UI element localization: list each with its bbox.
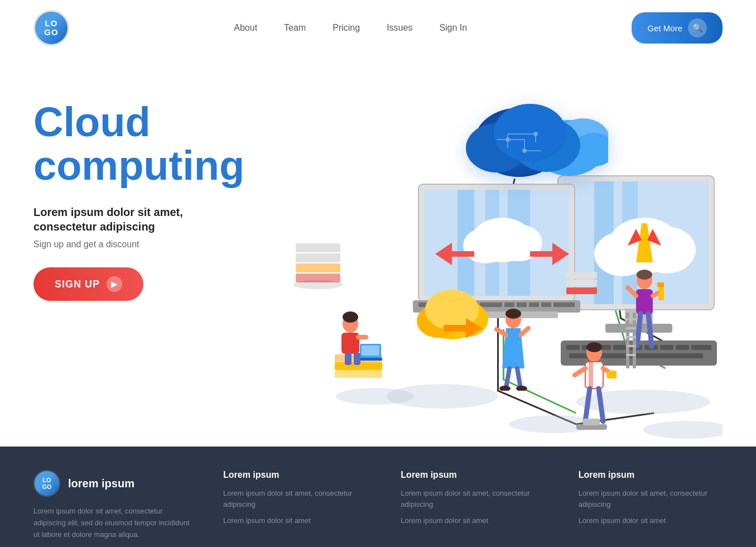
main-nav: About Team Pricing Issues Sign In xyxy=(234,23,467,33)
svg-line-130 xyxy=(585,388,590,421)
nav-pricing[interactable]: Pricing xyxy=(333,23,360,33)
svg-line-99 xyxy=(497,329,506,335)
hero-subtitle: Lorem ipsum dolor sit amet,consectetur a… xyxy=(33,205,273,234)
signup-button[interactable]: SIGN UP ▶ xyxy=(33,267,143,301)
svg-line-113 xyxy=(648,314,652,346)
hero-title: Cloud computing xyxy=(33,100,273,187)
svg-rect-83 xyxy=(566,272,597,279)
svg-rect-45 xyxy=(541,303,551,307)
svg-rect-120 xyxy=(626,354,636,356)
svg-rect-116 xyxy=(626,318,636,320)
footer-col-3-title: Lorem ipsum xyxy=(579,470,723,480)
get-more-label: Get More xyxy=(647,23,682,33)
svg-line-100 xyxy=(521,328,528,335)
yellow-cloud xyxy=(413,285,491,343)
svg-point-6 xyxy=(643,421,723,439)
svg-rect-69 xyxy=(691,345,711,350)
svg-rect-74 xyxy=(296,243,340,252)
svg-line-126 xyxy=(575,368,585,375)
signup-label: SIGN UP xyxy=(55,279,100,290)
svg-point-122 xyxy=(586,342,602,352)
svg-rect-89 xyxy=(359,358,382,361)
svg-rect-43 xyxy=(517,303,527,307)
svg-rect-73 xyxy=(296,253,340,262)
svg-rect-133 xyxy=(583,419,600,425)
svg-rect-118 xyxy=(626,336,636,338)
svg-line-108 xyxy=(628,287,636,296)
svg-line-131 xyxy=(599,388,603,421)
search-icon: 🔍 xyxy=(688,18,707,37)
footer-col-1-title: Lorem ipsum xyxy=(223,470,367,480)
footer-brand-name: lorem ipsum xyxy=(68,477,134,490)
footer: LOGO lorem ipsum Lorem ipsum dolor sit a… xyxy=(0,447,756,547)
footer-col-3-link-1[interactable]: Lorem ipsum dolor sit amet, consectetur … xyxy=(579,488,723,510)
svg-rect-93 xyxy=(356,335,368,339)
hero-section: Cloud computing Lorem ipsum dolor sit am… xyxy=(0,56,756,447)
svg-point-75 xyxy=(293,280,343,289)
svg-point-106 xyxy=(637,270,652,280)
person-standing-center xyxy=(494,307,533,393)
svg-rect-128 xyxy=(606,371,617,378)
svg-rect-68 xyxy=(676,345,689,350)
footer-col-2: Lorem ipsum Lorem ipsum dolor sit amet, … xyxy=(401,470,545,532)
svg-point-97 xyxy=(505,309,521,319)
logo-circle: LOGO xyxy=(33,10,69,46)
person-bottom xyxy=(572,340,617,432)
svg-point-103 xyxy=(499,386,511,391)
svg-rect-111 xyxy=(657,282,664,287)
footer-col-3: Lorem ipsum Lorem ipsum dolor sit amet, … xyxy=(579,470,723,532)
main-cloud xyxy=(452,84,608,186)
footer-logo-row: LOGO lorem ipsum xyxy=(33,470,190,497)
get-more-button[interactable]: Get More 🔍 xyxy=(632,12,723,44)
footer-brand-description: Lorem ipsum dolor sit amet, consectetur … xyxy=(33,506,190,540)
footer-col-1: Lorem ipsum Lorem ipsum dolor sit amet, … xyxy=(223,470,367,532)
hero-description: Sign up and get a discount xyxy=(33,239,273,249)
footer-brand: LOGO lorem ipsum Lorem ipsum dolor sit a… xyxy=(33,470,190,540)
svg-rect-94 xyxy=(345,353,351,365)
svg-point-13 xyxy=(494,104,566,162)
person-seated xyxy=(329,307,385,382)
svg-rect-114 xyxy=(626,313,629,368)
logo[interactable]: LOGO xyxy=(33,10,69,46)
footer-logo: LOGO xyxy=(33,470,60,497)
hero-illustration xyxy=(262,67,723,447)
svg-rect-119 xyxy=(626,345,636,347)
svg-point-92 xyxy=(343,311,358,323)
svg-rect-107 xyxy=(636,289,653,314)
person-standing-right xyxy=(625,268,664,371)
svg-rect-72 xyxy=(296,263,340,272)
stack-boxes xyxy=(290,229,346,298)
svg-rect-95 xyxy=(354,353,360,365)
footer-col-2-title: Lorem ipsum xyxy=(401,470,545,480)
nav-issues[interactable]: Issues xyxy=(387,23,412,33)
svg-point-5 xyxy=(336,388,415,405)
svg-rect-117 xyxy=(626,327,636,329)
svg-rect-82 xyxy=(566,280,597,286)
svg-point-20 xyxy=(506,138,509,141)
svg-line-112 xyxy=(637,314,641,346)
footer-col-3-link-2[interactable]: Lorem ipsum dolor sit amet xyxy=(579,515,723,526)
footer-col-2-link-1[interactable]: Lorem ipsum dolor sit amet, consectetur … xyxy=(401,488,545,510)
svg-rect-115 xyxy=(633,313,636,368)
svg-line-101 xyxy=(506,368,509,388)
footer-col-1-link-2[interactable]: Lorem ipsum dolor sit amet xyxy=(223,515,367,526)
nav-signin[interactable]: Sign In xyxy=(439,23,467,33)
small-stack-boxes xyxy=(564,257,600,304)
hero-left: Cloud computing Lorem ipsum dolor sit am… xyxy=(33,67,273,301)
svg-rect-110 xyxy=(658,285,664,300)
nav-about[interactable]: About xyxy=(234,23,257,33)
footer-col-2-link-2[interactable]: Lorem ipsum dolor sit amet xyxy=(401,515,545,526)
svg-rect-44 xyxy=(529,303,539,307)
svg-point-22 xyxy=(534,132,537,136)
nav-team[interactable]: Team xyxy=(284,23,306,33)
svg-line-102 xyxy=(517,368,521,388)
arrow-icon: ▶ xyxy=(107,276,122,292)
svg-rect-125 xyxy=(589,362,593,388)
svg-point-21 xyxy=(523,149,526,152)
svg-rect-81 xyxy=(566,287,597,294)
svg-point-104 xyxy=(516,386,527,391)
svg-rect-42 xyxy=(504,303,514,307)
svg-rect-123 xyxy=(585,362,603,388)
footer-col-1-link-1[interactable]: Lorem ipsum dolor sit amet, consectetur … xyxy=(223,488,367,510)
svg-rect-88 xyxy=(362,346,379,356)
